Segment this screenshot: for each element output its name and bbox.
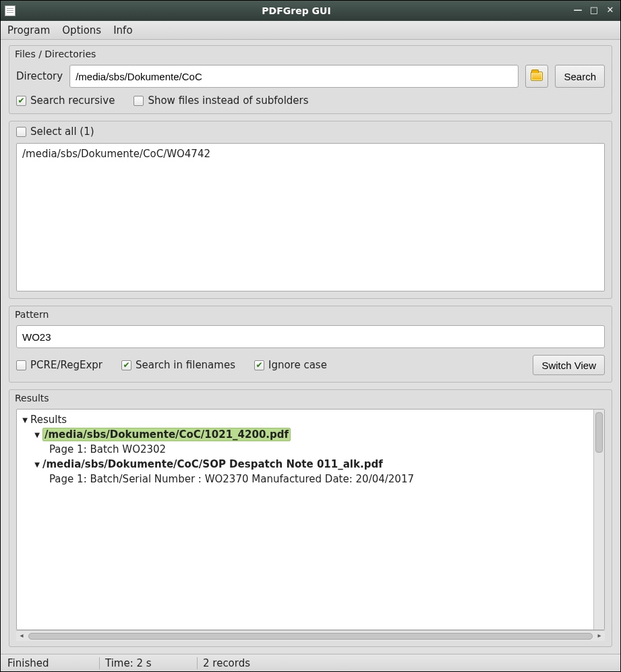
tree-file-row[interactable]: ▼ /media/sbs/Dokumente/CoC/1021_4200.pdf [21, 427, 589, 442]
ignore-case-label: Ignore case [268, 359, 327, 371]
folder-list[interactable]: /media/sbs/Dokumente/CoC/WO4742 [16, 143, 605, 291]
status-time: Time: 2 s [101, 657, 196, 669]
horizontal-scrollbar[interactable]: ◂ ▸ [16, 630, 605, 641]
result-file[interactable]: /media/sbs/Dokumente/CoC/1021_4200.pdf [42, 428, 291, 441]
results-group-label: Results [15, 393, 605, 403]
results-group: Results ▼ Results ▼ /media/sbs/Dokumente… [9, 389, 612, 647]
result-match: Page 1: Batch WO2302 [49, 443, 166, 455]
expand-icon[interactable]: ▼ [33, 431, 41, 439]
select-all-label: Select all (1) [30, 125, 94, 138]
menu-options[interactable]: Options [62, 24, 101, 36]
tree-match-row[interactable]: Page 1: Batch WO2302 [21, 442, 589, 457]
tree-root[interactable]: ▼ Results [21, 412, 589, 427]
tree-match-row[interactable]: Page 1: Batch/Serial Number : WO2370 Man… [21, 472, 589, 486]
tree-file-row[interactable]: ▼ /media/sbs/Dokumente/CoC/SOP Despatch … [21, 457, 589, 472]
menu-program[interactable]: Program [7, 24, 50, 36]
maximize-button[interactable]: □ [588, 5, 600, 16]
pattern-group: Pattern PCRE/RegExpr Search in filenames… [9, 306, 612, 383]
folder-icon [531, 72, 543, 81]
switch-view-button[interactable]: Switch View [533, 355, 605, 375]
pattern-group-label: Pattern [15, 309, 605, 320]
search-filenames-checkbox[interactable]: Search in filenames [121, 359, 235, 371]
show-files-label: Show files instead of subfolders [148, 94, 308, 107]
scrollbar-thumb[interactable] [28, 633, 593, 640]
pcre-checkbox[interactable]: PCRE/RegExpr [16, 359, 102, 371]
status-records: 2 records [199, 657, 254, 669]
expand-icon[interactable]: ▼ [33, 461, 41, 468]
search-recursive-label: Search recursive [30, 94, 115, 107]
list-item[interactable]: /media/sbs/Dokumente/CoC/WO4742 [22, 148, 599, 160]
app-icon [5, 5, 16, 16]
scrollbar-thumb[interactable] [595, 412, 603, 453]
vertical-scrollbar[interactable] [593, 410, 604, 629]
close-button[interactable]: ✕ [604, 5, 616, 16]
ignore-case-checkbox[interactable]: Ignore case [254, 359, 327, 371]
folder-select-group: Select all (1) /media/sbs/Dokumente/CoC/… [9, 121, 612, 299]
menu-info[interactable]: Info [113, 24, 132, 36]
show-files-checkbox[interactable]: Show files instead of subfolders [134, 94, 308, 107]
search-filenames-label: Search in filenames [136, 359, 235, 371]
status-text: Finished [3, 657, 98, 669]
scroll-left-icon[interactable]: ◂ [16, 632, 27, 641]
browse-folder-button[interactable] [525, 65, 548, 88]
directory-input[interactable] [69, 65, 519, 88]
titlebar[interactable]: PDFGrep GUI — □ ✕ [1, 1, 620, 21]
app-window: PDFGrep GUI — □ ✕ Program Options Info F… [0, 0, 621, 672]
pcre-label: PCRE/RegExpr [30, 359, 102, 371]
files-directories-group: Files / Directories Directory Search Sea… [9, 45, 612, 114]
search-recursive-checkbox[interactable]: Search recursive [16, 94, 115, 107]
result-file[interactable]: /media/sbs/Dokumente/CoC/SOP Despatch No… [42, 458, 383, 470]
window-title: PDFGrep GUI [21, 5, 572, 16]
menubar: Program Options Info [1, 21, 620, 40]
results-tree[interactable]: ▼ Results ▼ /media/sbs/Dokumente/CoC/102… [17, 410, 593, 629]
search-button[interactable]: Search [555, 65, 605, 88]
pattern-input[interactable] [16, 325, 605, 348]
minimize-button[interactable]: — [572, 5, 584, 16]
directory-label: Directory [16, 70, 63, 82]
select-all-checkbox[interactable]: Select all (1) [16, 125, 605, 138]
result-match: Page 1: Batch/Serial Number : WO2370 Man… [49, 473, 414, 485]
statusbar: Finished Time: 2 s 2 records [1, 654, 620, 671]
files-group-label: Files / Directories [15, 49, 605, 59]
expand-icon[interactable]: ▼ [21, 416, 29, 424]
scroll-right-icon[interactable]: ▸ [594, 632, 605, 641]
